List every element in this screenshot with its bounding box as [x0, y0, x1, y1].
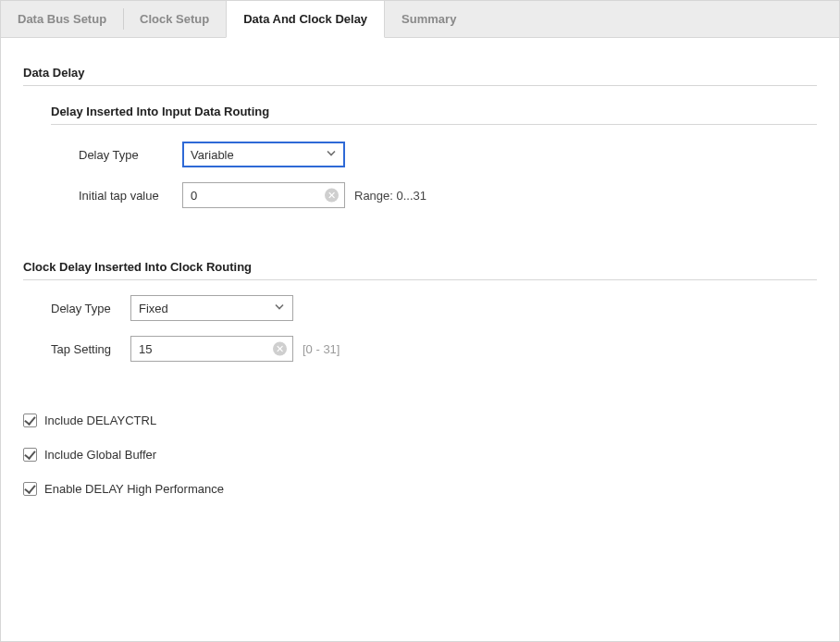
subsection-divider [51, 124, 817, 125]
checkbox-label: Include DELAYCTRL [44, 414, 156, 427]
section-divider [23, 279, 817, 280]
input-initial-tap-wrap: ✕ [182, 182, 345, 208]
check-icon [23, 414, 37, 427]
checkbox-include-global-buffer[interactable]: Include Global Buffer [23, 448, 817, 462]
input-initial-tap[interactable] [183, 183, 344, 207]
check-icon [23, 448, 37, 462]
checkbox-include-delayctrl[interactable]: Include DELAYCTRL [23, 414, 817, 427]
select-delay-type[interactable]: Variable [182, 142, 345, 167]
tab-label: Data And Clock Delay [243, 12, 367, 26]
chevron-down-icon [326, 148, 337, 162]
section-divider [23, 85, 817, 86]
checkbox-enable-high-performance[interactable]: Enable DELAY High Performance [23, 482, 817, 496]
config-window: Data Bus Setup Clock Setup Data And Cloc… [0, 0, 840, 642]
tab-label: Clock Setup [140, 12, 209, 26]
input-routing-fields: Delay Type Variable Initial tap value ✕ [79, 142, 817, 208]
clear-icon[interactable]: ✕ [273, 342, 287, 356]
content-area: Data Delay Delay Inserted Into Input Dat… [1, 38, 839, 535]
section-title-clock-delay: Clock Delay Inserted Into Clock Routing [23, 260, 817, 274]
section-title-data-delay: Data Delay [23, 66, 817, 80]
tab-data-and-clock-delay[interactable]: Data And Clock Delay [226, 1, 385, 38]
label-clock-delay-type: Delay Type [51, 302, 130, 315]
checkbox-label: Enable DELAY High Performance [44, 482, 224, 496]
chevron-down-icon [274, 302, 285, 315]
row-tap-setting: Tap Setting ✕ [0 - 31] [51, 336, 817, 362]
data-delay-group: Delay Inserted Into Input Data Routing D… [51, 105, 817, 208]
check-icon [23, 482, 37, 496]
hint-initial-tap-range: Range: 0...31 [354, 189, 426, 203]
tab-data-bus-setup[interactable]: Data Bus Setup [1, 1, 123, 37]
row-delay-type: Delay Type Variable [79, 142, 817, 167]
tab-label: Summary [401, 12, 456, 26]
label-initial-tap: Initial tap value [79, 189, 182, 203]
row-clock-delay-type: Delay Type Fixed [51, 295, 817, 321]
hint-tap-setting-range: [0 - 31] [303, 342, 340, 356]
input-tap-setting[interactable] [131, 337, 292, 361]
subsection-title-input-routing: Delay Inserted Into Input Data Routing [51, 105, 817, 118]
clock-delay-fields: Delay Type Fixed Tap Setting ✕ [0 - 31] [51, 295, 817, 362]
select-clock-delay-type[interactable]: Fixed [130, 295, 293, 321]
select-value: Variable [191, 148, 234, 162]
checkbox-label: Include Global Buffer [44, 448, 156, 462]
input-tap-setting-wrap: ✕ [130, 336, 293, 362]
label-delay-type: Delay Type [79, 148, 182, 162]
select-value: Fixed [139, 302, 168, 315]
tab-bar: Data Bus Setup Clock Setup Data And Cloc… [1, 1, 839, 38]
tab-label: Data Bus Setup [18, 12, 106, 26]
label-tap-setting: Tap Setting [51, 342, 130, 356]
tab-summary[interactable]: Summary [385, 1, 473, 37]
row-initial-tap: Initial tap value ✕ Range: 0...31 [79, 182, 817, 208]
clear-icon[interactable]: ✕ [325, 189, 339, 203]
tab-clock-setup[interactable]: Clock Setup [123, 1, 226, 37]
